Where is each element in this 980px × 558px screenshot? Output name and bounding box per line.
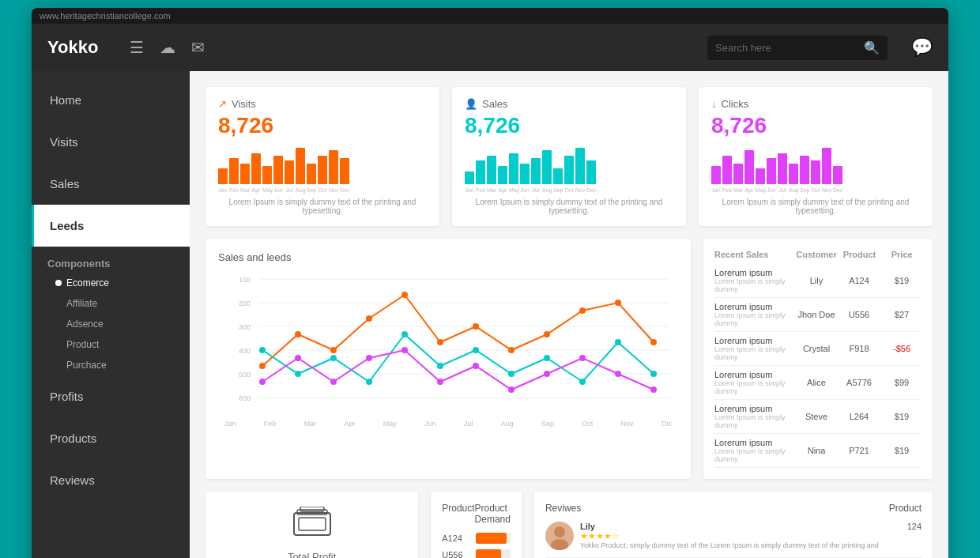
sales-card: 👤 Sales 8,726 JanFebMarAprMayJunJulAugSe… [452,87,686,226]
browser-window: www.heritagechristiancollege.com Yokko ☰… [32,8,948,558]
price-cell: -$56 [882,344,922,353]
svg-point-46 [615,371,621,377]
mini-bar [285,160,294,184]
mail-icon[interactable]: ✉ [191,38,205,57]
svg-point-14 [330,347,337,353]
sidebar-item-products[interactable]: Products [32,417,190,459]
svg-point-32 [544,355,550,361]
review-product: 124 [898,522,922,531]
svg-point-29 [437,363,443,369]
mini-bar [756,168,765,184]
sidebar-sub-product[interactable]: Product [32,334,190,355]
svg-point-26 [330,355,337,361]
sidebar-sub-ecomerce[interactable]: Ecomerce [32,273,190,293]
sidebar-sub-adsence[interactable]: Adsence [32,314,190,334]
svg-point-22 [615,300,621,306]
mini-bar [822,148,831,184]
mini-bar [487,156,496,184]
active-dot [55,280,62,286]
table-row: Lorerum ipsum Lorem Ipsum is simply dumm… [714,434,922,468]
svg-point-35 [650,371,657,377]
chart-month-axis: JanFeb MarApr MayJun JulAug SepOct NovDi… [218,420,678,428]
sidebar-sub-affiliate[interactable]: Affiliate [32,293,190,314]
svg-point-12 [259,363,266,369]
mini-bar [465,172,474,184]
svg-point-31 [508,371,514,377]
demand-header: Product Product Demand [442,503,511,525]
customer-cell: Crystal [797,344,836,353]
price-cell: $19 [882,276,922,285]
sales-value: 8,726 [465,113,673,138]
sidebar-item-reviews[interactable]: Reviews [32,459,190,501]
customer-cell: Steve [797,412,836,421]
mini-bar [329,150,338,184]
mini-bar [553,168,563,184]
sidebar-item-leeds[interactable]: Leeds [32,205,190,247]
sidebar-item-profits[interactable]: Profits [32,375,190,417]
search-input[interactable] [715,42,858,54]
svg-point-53 [554,526,565,537]
logo: Yokko [47,37,98,58]
table-row: Lorerum ipsum Lorem Ipsum is simply dumm… [714,400,922,434]
sidebar-sub-purchace[interactable]: Purchace [32,355,190,375]
mini-bar [296,148,305,184]
reviews-card: Reviwes Product Lily ★★★★☆ Yokko Product… [534,492,933,558]
mini-bar [240,164,250,184]
price-cell: $19 [882,412,922,421]
col-recent-sales: Recent Sales [714,250,793,259]
mini-bar [251,153,261,184]
mini-bar [229,158,239,184]
svg-point-16 [401,292,408,298]
svg-point-24 [259,347,266,353]
sales-desc: Lorem Ipsum is simply dummy text of the … [465,198,673,215]
customer-cell: Alice [797,378,836,387]
mini-bar [833,166,842,184]
reviews-header: Reviwes Product [545,503,922,514]
clicks-down-icon: ↓ [711,98,717,110]
cloud-upload-icon[interactable]: ☁ [160,38,175,57]
menu-icon[interactable]: ☰ [130,38,144,57]
mini-bar [520,164,530,184]
product-cell: A5776 [839,378,879,387]
sales-month-labels: JanFebMarAprMayJunJulAugSepOctNovDec [465,187,673,193]
mini-bar [778,153,787,184]
search-icon[interactable]: 🔍 [864,40,880,55]
product-cell: L264 [839,412,879,421]
svg-point-21 [579,307,586,314]
demand-row: U556 [442,549,511,558]
sidebar-item-visits[interactable]: Visits [32,121,190,163]
profit-card: Total Profit $ 8,726 ↑ Lorem Ipsum is si… [205,492,418,558]
content-area: ↗ Visits 8,726 JanFebMarAprMayJunJulAugS… [190,71,948,558]
chat-icon[interactable]: 💬 [911,37,933,58]
line-chart-container: 100 200 300 400 500 600 [218,271,678,428]
visits-label: Visits [232,98,256,110]
table-row: Lorerum ipsum Lorem Ipsum is simply dumm… [714,264,922,298]
sidebar-section-components: Components [32,247,190,273]
visits-value: 8,726 [218,113,427,138]
col-customer: Customer [796,250,836,259]
visits-desc: Lorem Ipsum is simply dummy text of the … [218,198,427,215]
svg-point-38 [330,379,337,385]
svg-point-25 [295,371,301,377]
profit-icon [292,507,332,545]
clicks-desc: Lorem Ipsum is simply dummy text of the … [711,198,920,215]
mini-bar [307,164,316,184]
visits-bars [218,145,427,184]
mini-bar [476,160,485,184]
svg-point-13 [295,331,301,337]
svg-point-28 [401,331,408,337]
demand-bar-fill [476,549,500,558]
col-product: Product [840,250,880,259]
sales-table-body: Lorerum ipsum Lorem Ipsum is simply dumm… [714,264,922,468]
svg-point-34 [615,339,621,345]
sidebar-item-home[interactable]: Home [32,79,190,121]
search-bar: 🔍 [707,36,888,60]
mini-bar [744,150,754,184]
sidebar-item-sales[interactable]: Sales [32,163,190,205]
star-rating: ★★★★☆ [580,531,891,541]
mini-bar [811,160,820,184]
url-text: www.heritagechristiancollege.com [40,11,171,21]
svg-point-41 [437,379,443,385]
svg-point-17 [437,339,443,345]
price-cell: $99 [882,378,922,387]
